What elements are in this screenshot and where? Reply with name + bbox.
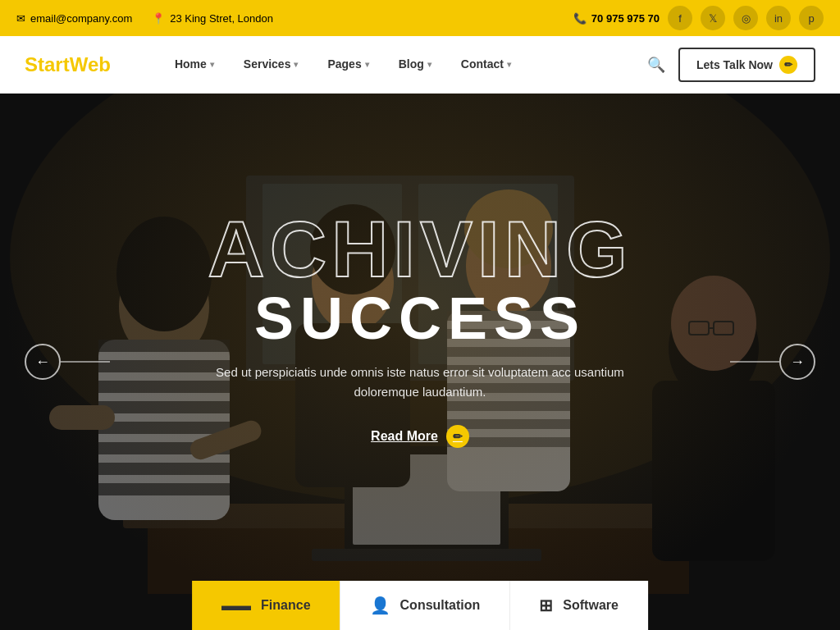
- nav-blog[interactable]: Blog ▾: [384, 36, 446, 94]
- chevron-down-icon: ▾: [294, 60, 298, 69]
- read-more-button[interactable]: Read More ✏: [371, 425, 469, 448]
- card-finance-label: Finance: [261, 598, 310, 613]
- hero-content: ACHIVING SUCCESS Sed ut perspiciatis und…: [208, 210, 632, 514]
- social-linkedin[interactable]: in: [766, 6, 791, 30]
- hero-prev-arrow[interactable]: ←: [25, 344, 61, 380]
- social-facebook[interactable]: f: [668, 6, 692, 30]
- svg-point-38: [671, 276, 756, 371]
- nav-right: 🔍 Lets Talk Now ✏: [647, 48, 815, 82]
- chevron-down-icon: ▾: [210, 60, 214, 69]
- chevron-down-icon: ▾: [507, 60, 511, 69]
- mail-icon: ✉: [16, 12, 25, 25]
- nav-pages[interactable]: Pages ▾: [313, 36, 383, 94]
- phone-text: 70 975 975 70: [591, 12, 660, 25]
- hero-title-solid: SUCCESS: [208, 289, 632, 348]
- hero-description: Sed ut perspiciatis unde omnis iste natu…: [215, 363, 625, 402]
- card-finance[interactable]: ▬▬ Finance: [192, 581, 340, 630]
- address-contact: 📍 23 King Stret, London: [152, 12, 273, 25]
- nav-services-label: Services: [244, 57, 291, 71]
- nav-blog-label: Blog: [399, 57, 424, 71]
- search-icon[interactable]: 🔍: [647, 56, 665, 74]
- svg-point-20: [116, 217, 212, 331]
- svg-rect-42: [652, 381, 775, 561]
- nav-home-label: Home: [175, 57, 207, 71]
- hero-next-arrow[interactable]: →: [779, 344, 815, 380]
- hero-section: ACHIVING SUCCESS Sed ut perspiciatis und…: [0, 94, 840, 630]
- svg-rect-39: [689, 322, 709, 335]
- svg-point-37: [669, 294, 759, 401]
- bottom-cards: ▬▬ Finance 👤 Consultation ⊞ Software: [192, 581, 648, 630]
- nav-contact[interactable]: Contact ▾: [446, 36, 526, 94]
- pencil-icon: ✏: [779, 56, 797, 74]
- svg-rect-9: [312, 549, 541, 561]
- pencil-icon: ✏: [446, 425, 469, 448]
- software-icon: ⊞: [539, 596, 553, 615]
- svg-rect-40: [714, 322, 733, 335]
- card-software-label: Software: [563, 598, 619, 613]
- email-text: email@company.com: [30, 12, 132, 25]
- card-consultation-label: Consultation: [400, 598, 481, 613]
- nav-links: Home ▾ Services ▾ Pages ▾ Blog ▾ Contact…: [160, 36, 647, 94]
- logo-highlight: Start: [25, 53, 70, 75]
- hero-title-outline: ACHIVING: [208, 210, 632, 289]
- card-consultation[interactable]: 👤 Consultation: [340, 581, 510, 630]
- top-bar: ✉ email@company.com 📍 23 King Stret, Lon…: [0, 0, 840, 36]
- email-contact: ✉ email@company.com: [16, 12, 132, 25]
- phone-section: 📞 70 975 975 70: [573, 12, 660, 25]
- cta-button[interactable]: Lets Talk Now ✏: [678, 48, 815, 82]
- nav-contact-label: Contact: [461, 57, 504, 71]
- chevron-down-icon: ▾: [365, 60, 369, 69]
- location-icon: 📍: [152, 12, 165, 25]
- top-bar-left: ✉ email@company.com 📍 23 King Stret, Lon…: [16, 12, 273, 25]
- top-bar-right: 📞 70 975 975 70 f 𝕏 ◎ in p: [573, 6, 824, 30]
- arrow-right-icon: →: [790, 354, 805, 371]
- card-software[interactable]: ⊞ Software: [509, 581, 648, 630]
- arrow-left-icon: ←: [35, 354, 50, 371]
- nav-home[interactable]: Home ▾: [160, 36, 229, 94]
- social-twitter[interactable]: 𝕏: [701, 6, 725, 30]
- finance-icon: ▬▬: [221, 597, 251, 614]
- logo-rest: Web: [70, 53, 111, 75]
- address-text: 23 King Stret, London: [170, 12, 273, 25]
- read-more-label: Read More: [371, 429, 438, 444]
- navbar: StartWeb Home ▾ Services ▾ Pages ▾ Blog …: [0, 36, 840, 94]
- cta-label: Lets Talk Now: [696, 58, 773, 71]
- phone-icon: 📞: [573, 12, 587, 25]
- nav-pages-label: Pages: [327, 57, 361, 71]
- chevron-down-icon: ▾: [427, 60, 431, 69]
- consultation-icon: 👤: [370, 596, 390, 615]
- nav-services[interactable]: Services ▾: [229, 36, 313, 94]
- svg-point-10: [119, 253, 209, 360]
- site-logo[interactable]: StartWeb: [25, 53, 111, 76]
- social-pinterest[interactable]: p: [799, 6, 824, 30]
- svg-rect-21: [49, 405, 115, 430]
- social-instagram[interactable]: ◎: [733, 6, 758, 30]
